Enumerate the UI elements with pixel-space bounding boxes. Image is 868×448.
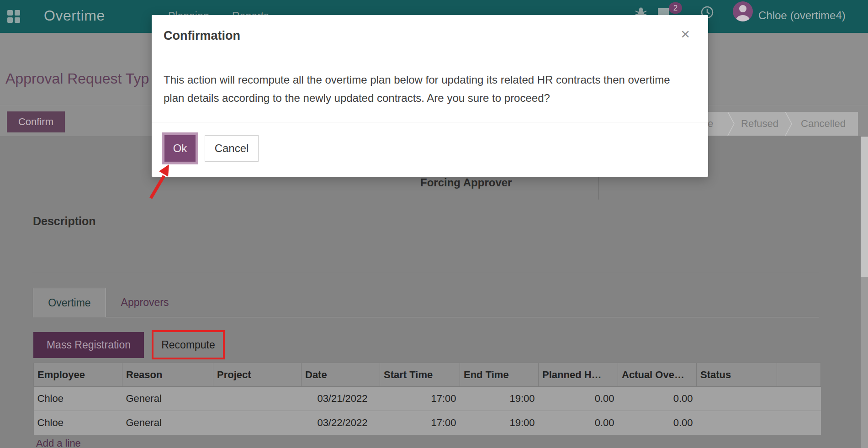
messages-count-badge: 2 [669,2,682,14]
ok-button-highlight-ring: Ok [162,132,198,164]
mass-registration-button[interactable]: Mass Registration [33,332,144,358]
cell-end-time[interactable]: 19:00 [460,387,539,411]
cell-end-time[interactable]: 19:00 [460,411,539,435]
forcing-approver-label: Forcing Approver [420,176,512,189]
apps-grid-icon[interactable] [7,10,20,23]
confirm-button[interactable]: Confirm [7,111,65,132]
table-header-row: Employee Reason Project Date Start Time … [34,363,821,387]
cell-trailing [777,387,821,411]
dialog-footer-divider [152,122,708,122]
col-end-time[interactable]: End Time [460,363,539,387]
tab-approvers[interactable]: Approvers [115,288,175,317]
statusbar-chevron-icon [727,112,735,138]
col-status[interactable]: Status [697,363,777,387]
page-title: Approval Request Typ [5,70,149,87]
col-date[interactable]: Date [302,363,380,387]
cell-actual-overtime[interactable]: 0.00 [618,387,697,411]
cell-planned-hours[interactable]: 0.00 [539,411,618,435]
cell-actual-overtime[interactable]: 0.00 [618,411,697,435]
col-employee[interactable]: Employee [34,363,122,387]
cell-date[interactable]: 03/22/2022 [302,411,380,435]
cell-employee[interactable]: Chloe [34,411,122,435]
section-divider [32,272,819,272]
statusbar-chevron-icon [785,112,792,138]
col-project[interactable]: Project [213,363,302,387]
cell-status[interactable] [697,411,777,435]
cell-trailing [777,411,821,435]
close-icon[interactable]: × [681,26,690,42]
table-row[interactable]: Chloe General 03/21/2022 17:00 19:00 0.0… [34,387,821,411]
app-name: Overtime [44,7,105,24]
recompute-button[interactable]: Recompute [153,332,223,358]
cell-planned-hours[interactable]: 0.00 [539,387,618,411]
statusbar-state-refused[interactable]: Refused [731,112,789,136]
statusbar-state-cancelled[interactable]: Cancelled [789,112,858,136]
app-window: Overtime Planning Reports 2 Chloe (overt… [0,0,868,448]
col-planned-hours[interactable]: Planned H… [539,363,618,387]
cell-employee[interactable]: Chloe [34,387,122,411]
cell-status[interactable] [697,387,777,411]
tab-overtime[interactable]: Overtime [33,288,106,317]
ok-button[interactable]: Ok [164,135,196,162]
form-sheet: Forcing Approver Description Overtime Ap… [0,136,868,448]
add-a-line-link[interactable]: Add a line [36,437,81,448]
annotation-highlight-box: Recompute [152,330,225,359]
col-trailing [777,363,821,387]
cancel-button[interactable]: Cancel [205,135,259,162]
dialog-title: Confirmation [164,29,240,43]
cell-project[interactable] [213,411,302,435]
cell-start-time[interactable]: 17:00 [380,387,460,411]
table-row[interactable]: Chloe General 03/22/2022 17:00 19:00 0.0… [34,411,821,435]
statusbar-state-label: Refused [741,118,778,130]
cell-date[interactable]: 03/21/2022 [302,387,380,411]
vertical-scrollbar-thumb[interactable] [861,137,868,277]
col-reason[interactable]: Reason [122,363,213,387]
dialog-message: This action will recompute all the overt… [164,71,691,107]
cell-reason[interactable]: General [122,387,213,411]
col-actual-overtime[interactable]: Actual Ove… [618,363,697,387]
description-label: Description [33,215,96,228]
cell-project[interactable] [213,387,302,411]
overtime-lines-table: Employee Reason Project Date Start Time … [33,363,821,435]
cell-start-time[interactable]: 17:00 [380,411,460,435]
col-start-time[interactable]: Start Time [380,363,460,387]
field-cell-divider [598,177,599,200]
statusbar-state-label: Cancelled [801,118,846,130]
confirmation-dialog: Confirmation × This action will recomput… [152,15,708,177]
dialog-header-divider [152,56,708,56]
user-menu[interactable]: Chloe (overtime4) [758,9,846,22]
user-avatar[interactable] [733,1,753,21]
tabs-border [106,317,819,317]
cell-reason[interactable]: General [122,411,213,435]
